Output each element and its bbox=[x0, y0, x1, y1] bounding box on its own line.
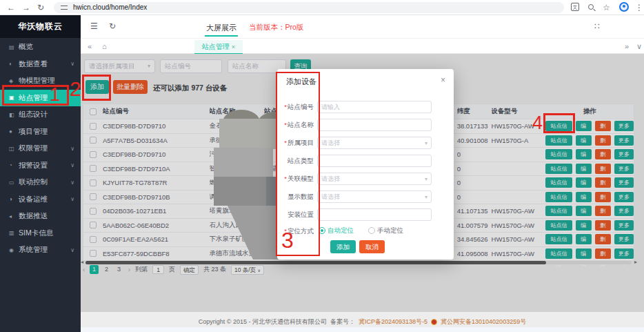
annotation-number-1: 1 bbox=[50, 86, 60, 104]
browser-forward-icon[interactable]: → bbox=[22, 2, 30, 13]
field-input[interactable]: 请选择 ▾ bbox=[317, 137, 432, 149]
sidebar-item-icon: ▥ bbox=[9, 230, 19, 236]
bookmark-star-icon[interactable]: ☆ bbox=[603, 2, 610, 13]
browser-refresh-icon[interactable]: ↻ bbox=[37, 2, 44, 13]
url-text[interactable]: hwicn.cloud/home/Index bbox=[73, 3, 147, 11]
sidebar-item[interactable]: ▥ SIM卡信息 bbox=[0, 225, 81, 242]
field-input[interactable]: ▾ bbox=[317, 208, 432, 221]
sidebar-item[interactable]: ◔ 报警设置 ∨ bbox=[0, 157, 81, 175]
big-screen-link[interactable]: 大屏展示 bbox=[206, 23, 237, 33]
close-tab-icon[interactable]: × bbox=[232, 43, 235, 50]
annotation-number-4: 4 bbox=[532, 114, 543, 133]
sidebar-item-icon: ▤ bbox=[9, 44, 19, 50]
sidebar-item-icon: ◈ bbox=[9, 78, 19, 84]
zoom-icon[interactable] bbox=[588, 4, 594, 10]
sidebar-item-label: 系统管理 bbox=[19, 245, 48, 255]
sidebar-item[interactable]: ◫ 权限管理 ∨ bbox=[0, 140, 81, 157]
app-logo: 华沃物联云 bbox=[0, 15, 81, 38]
chevron-down-icon: ∨ bbox=[70, 196, 74, 202]
chevron-down-icon: ∨ bbox=[70, 61, 74, 67]
active-underline bbox=[205, 35, 238, 37]
sidebar-item-icon: ◐ bbox=[9, 61, 19, 67]
sidebar-item-label: 概览 bbox=[19, 42, 33, 52]
browser-profile-avatar[interactable] bbox=[619, 2, 629, 12]
radio-icon[interactable] bbox=[368, 227, 375, 234]
field-input[interactable]: 请选择 ▾ bbox=[317, 173, 432, 185]
address-bar[interactable]: hwicn.cloud/home/Index bbox=[54, 2, 564, 13]
sidebar-nav: ▤ 概览 ◐ 数据查看 ∨ ◈ 物模型管理 ▣ bbox=[0, 39, 81, 259]
collapse-menu-icon[interactable]: ☰ bbox=[90, 21, 98, 31]
icp-link[interactable]: 冀ICP备2024093138号-5 bbox=[359, 318, 427, 326]
sidebar-item-label: 设备运维 bbox=[19, 195, 48, 204]
sidebar-item[interactable]: ◐ 数据查看 ∨ bbox=[0, 56, 81, 73]
sidebar-item-icon: ◉ bbox=[9, 247, 19, 253]
sidebar-item-icon: ◧ bbox=[9, 112, 19, 118]
dialog-cancel-button[interactable]: 取消 bbox=[359, 240, 385, 253]
footer-strip bbox=[81, 327, 644, 332]
sidebar-item-icon: ● bbox=[9, 128, 19, 135]
sidebar-item[interactable]: ◑ 设备运维 ∨ bbox=[0, 191, 81, 208]
browser-toolbar: ← → ↻ hwicn.cloud/home/Index 文 ☆ ⋮ bbox=[0, 0, 644, 15]
chevron-down-icon: ∨ bbox=[70, 247, 74, 253]
sidebar-item-label: 联动控制 bbox=[19, 177, 48, 187]
chevron-down-icon: ∨ bbox=[70, 179, 74, 186]
sidebar-item[interactable]: ▤ 概览 bbox=[0, 39, 81, 56]
tab-station-management[interactable]: 站点管理× bbox=[194, 40, 243, 55]
sidebar-item-label: 组态设计 bbox=[19, 110, 48, 119]
annotation-box-4 bbox=[543, 113, 575, 133]
sidebar-item[interactable]: ◂ 数据推送 bbox=[0, 208, 81, 225]
close-icon[interactable]: × bbox=[441, 75, 445, 85]
chevron-down-icon: ▾ bbox=[425, 192, 427, 203]
annotation-box-2 bbox=[82, 75, 111, 101]
fullscreen-icon[interactable]: ∷ bbox=[594, 21, 600, 31]
sidebar-item[interactable]: ▭ 联动控制 ∨ bbox=[0, 174, 81, 191]
field-input[interactable]: ▾ bbox=[317, 155, 432, 167]
screenshot-root: ← → ↻ hwicn.cloud/home/Index 文 ☆ ⋮ 华沃物联云… bbox=[0, 0, 644, 332]
expand-tabs-icon[interactable]: » bbox=[625, 42, 629, 50]
refresh-icon[interactable]: ↻ bbox=[109, 21, 116, 31]
annotation-number-2: 2 bbox=[70, 79, 81, 99]
top-navbar: ☰ ↻ 大屏展示 当前版本：Pro版 ∷ admin ∨ bbox=[81, 15, 644, 38]
sidebar-item-label: 权限管理 bbox=[19, 144, 48, 153]
sidebar-item-icon: ◂ bbox=[9, 213, 19, 219]
police-link[interactable]: 冀公网安备13010402003259号 bbox=[441, 318, 526, 326]
sidebar-item-label: 数据推送 bbox=[19, 211, 48, 221]
sidebar-item-icon: ▭ bbox=[9, 179, 19, 186]
radio-manual-locate[interactable]: 手动定位 bbox=[368, 226, 403, 235]
sidebar: 华沃物联云 ▤ 概览 ◐ 数据查看 ∨ ◈ 物模型管理 bbox=[0, 15, 81, 332]
chevron-down-icon: ∨ bbox=[70, 162, 74, 168]
chevron-down-icon: ∨ bbox=[70, 146, 74, 152]
dialog-add-button[interactable]: 添加 bbox=[330, 240, 356, 253]
collapse-tabs-icon[interactable]: « bbox=[88, 42, 92, 50]
copyright-text: Copyright © 2015 - 河北华沃通信科技有限公司 bbox=[199, 318, 327, 326]
home-icon[interactable]: ⌂ bbox=[102, 42, 107, 50]
police-badge-icon bbox=[431, 319, 437, 325]
annotation-number-3: 3 bbox=[281, 229, 294, 251]
translate-icon[interactable]: 文 bbox=[571, 3, 579, 11]
sidebar-item[interactable]: ● 项目管理 bbox=[0, 124, 81, 141]
browser-menu-icon[interactable]: ⋮ bbox=[635, 2, 643, 13]
tracking-protection-icon[interactable] bbox=[61, 6, 68, 10]
radio-auto-locate[interactable]: 自动定位 bbox=[319, 226, 354, 235]
sidebar-item[interactable]: ◉ 系统管理 ∨ bbox=[0, 242, 81, 259]
field-input[interactable]: 请输入 ▾ bbox=[317, 101, 432, 113]
tab-options-icon[interactable]: ∨ bbox=[636, 42, 642, 51]
chevron-down-icon: ▾ bbox=[425, 174, 427, 185]
sidebar-item[interactable]: ◧ 组态设计 bbox=[0, 106, 81, 124]
sidebar-item-label: 项目管理 bbox=[19, 127, 48, 137]
field-input[interactable]: ▾ bbox=[317, 119, 432, 131]
sidebar-item-icon: ◔ bbox=[9, 162, 19, 168]
beian-label: 备案号： bbox=[330, 318, 355, 326]
sidebar-item-icon: ◑ bbox=[9, 196, 19, 202]
sidebar-item-icon: ◫ bbox=[9, 146, 19, 152]
sidebar-item-label: 数据查看 bbox=[19, 59, 48, 69]
browser-back-icon[interactable]: ← bbox=[7, 2, 15, 13]
sidebar-item-label: SIM卡信息 bbox=[19, 228, 53, 238]
sidebar-item-label: 报警设置 bbox=[19, 161, 48, 170]
field-input[interactable]: 请选择 ▾ bbox=[317, 191, 432, 203]
version-label: 当前版本：Pro版 bbox=[249, 23, 303, 32]
tab-bar: « ⌂ 站点管理× » ∨ bbox=[81, 38, 644, 54]
chevron-down-icon: ▾ bbox=[425, 138, 427, 149]
